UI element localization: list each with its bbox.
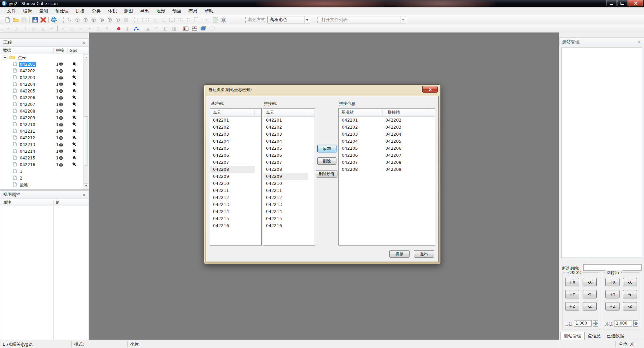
tree-row-item[interactable]: 2: [0, 175, 89, 182]
minimize-button[interactable]: [606, 0, 617, 6]
tree-row-scan[interactable]: 042212 1: [0, 135, 89, 141]
draw-point-button[interactable]: •: [4, 25, 12, 31]
info-pair-row[interactable]: 042208 042209: [339, 166, 435, 173]
tool-settings-button[interactable]: ⊕: [103, 25, 111, 31]
base-list-item[interactable]: 042201: [210, 117, 255, 124]
stitch-list-item[interactable]: 042208: [263, 166, 308, 173]
dialog-close-button[interactable]: [422, 86, 438, 93]
rotate-minus-z-button[interactable]: -Z: [623, 302, 637, 310]
tree-row-scan[interactable]: 042205 1: [0, 88, 89, 94]
rotate-step-spinner[interactable]: [633, 320, 638, 327]
base-list-item[interactable]: 042211: [210, 187, 255, 194]
info-pair-row[interactable]: 042201 042202: [339, 117, 435, 124]
base-list-header[interactable]: 点云: [210, 109, 261, 117]
stitch-list-item[interactable]: 042202: [263, 124, 308, 131]
stitch-list-item[interactable]: 042215: [263, 215, 308, 222]
tree-row-scan[interactable]: 042210 1: [0, 121, 89, 128]
heat-tool-button[interactable]: ●: [114, 25, 123, 31]
stitch-list-item[interactable]: 042201: [263, 117, 308, 124]
select-window-button[interactable]: [136, 16, 144, 23]
base-list-item[interactable]: 042205: [210, 145, 255, 152]
view-iso-button[interactable]: [114, 16, 122, 23]
base-list-item[interactable]: 042210: [210, 180, 255, 187]
cylinder-tool-button[interactable]: ▮: [123, 25, 132, 31]
menu-item[interactable]: 量测: [36, 7, 52, 15]
translate-step-spinner[interactable]: [593, 320, 598, 327]
prism-tool-button[interactable]: ◧: [161, 25, 170, 31]
save-as-button[interactable]: [31, 16, 39, 23]
stitch-list-item[interactable]: 042205: [263, 145, 308, 152]
stitch-list-item[interactable]: 042213: [263, 201, 308, 208]
view-left-button[interactable]: [90, 16, 98, 23]
spin-down-icon[interactable]: [633, 324, 638, 327]
view-sphere-button[interactable]: [122, 16, 130, 23]
base-list-item[interactable]: 042216: [210, 222, 255, 229]
base-list-item[interactable]: 042209: [210, 173, 255, 180]
base-list-item[interactable]: 042215: [210, 215, 255, 222]
exit-button[interactable]: 退出: [414, 250, 434, 258]
shading-mode-combobox[interactable]: 高程彩色: [267, 16, 310, 23]
new-file-button[interactable]: [4, 16, 12, 23]
tree-row-scan[interactable]: 042206 1: [0, 94, 89, 101]
measure-angle-button[interactable]: ∠: [47, 25, 56, 31]
tree-row-scan[interactable]: 042204 1: [0, 81, 89, 88]
save-button[interactable]: [20, 16, 28, 23]
column-property[interactable]: 属性: [3, 200, 11, 205]
translate-step-input[interactable]: 1.000: [574, 320, 592, 327]
stitch-list-item[interactable]: 042210: [263, 180, 308, 187]
menu-item[interactable]: 预处理: [52, 7, 72, 15]
collapse-icon[interactable]: [3, 56, 7, 60]
translate-plus-z-button[interactable]: +Z: [565, 302, 579, 310]
rotate-plus-z-button[interactable]: +Z: [605, 302, 620, 310]
stitch-list-item[interactable]: 042212: [263, 194, 308, 201]
info-pair-row[interactable]: 042207 042208: [339, 159, 435, 166]
delete-all-button[interactable]: 删除所有: [316, 170, 337, 178]
menu-item[interactable]: 帮助: [201, 7, 217, 15]
tree-row-item[interactable]: 1: [0, 168, 89, 175]
pick-cursor-button[interactable]: ▷: [30, 25, 39, 31]
rotate-minus-x-button[interactable]: -X: [623, 278, 637, 286]
stitch-button[interactable]: 拼接: [389, 250, 410, 258]
view-top-button[interactable]: [106, 16, 114, 23]
info-pair-row[interactable]: 042203 042204: [339, 131, 435, 138]
perpendicular-button[interactable]: ⊥: [21, 25, 30, 31]
rotate-step-input[interactable]: 1.000: [614, 320, 632, 327]
refresh-view-button[interactable]: ↻: [65, 16, 73, 23]
tree-root-row[interactable]: 点云: [0, 54, 89, 61]
info-pair-row[interactable]: 042202 042203: [339, 124, 435, 131]
split-horizontal-button[interactable]: [190, 25, 199, 31]
translate-minus-x-button[interactable]: -X: [583, 278, 597, 286]
rotate-minus-y-button[interactable]: -Y: [623, 290, 637, 298]
slope-tool-button[interactable]: ⊿: [76, 25, 85, 31]
menu-item[interactable]: 拼接: [72, 7, 88, 15]
info-list-header[interactable]: 基准站 拼接站: [339, 109, 435, 117]
settings-button[interactable]: [50, 16, 58, 23]
stitch-list-item[interactable]: 042211: [263, 187, 308, 194]
tree-row-scan[interactable]: 042213 1: [0, 141, 89, 148]
tree-row-scan[interactable]: 042202 1: [0, 68, 89, 74]
add-point-button[interactable]: ＋: [85, 25, 94, 31]
base-list-item[interactable]: 042206: [210, 152, 255, 159]
scrollbar-thumb[interactable]: [84, 116, 88, 165]
select-circle-button[interactable]: [152, 16, 160, 23]
menu-item[interactable]: 分类: [88, 7, 104, 15]
open-file-button[interactable]: [12, 16, 20, 23]
menu-item[interactable]: 动画: [169, 7, 185, 15]
stitch-list-item[interactable]: 042216: [263, 222, 308, 229]
menu-item[interactable]: 体积: [104, 7, 120, 15]
panel-tab[interactable]: 点信息: [585, 332, 604, 340]
base-list-item[interactable]: 042202: [210, 124, 255, 131]
panel-tab[interactable]: 测站管理: [560, 332, 585, 340]
tree-row-scan[interactable]: 042209 1: [0, 115, 89, 121]
spin-down-icon[interactable]: [593, 324, 598, 327]
scroll-up-arrow[interactable]: [84, 55, 88, 60]
tree-scrollbar[interactable]: [83, 54, 88, 189]
tree-row-scan[interactable]: 042208 1: [0, 108, 89, 115]
select-points-button[interactable]: [144, 16, 152, 23]
menu-item[interactable]: 编辑: [19, 7, 36, 15]
tree-row-scan[interactable]: 042211 1: [0, 128, 89, 135]
close-panel-button[interactable]: ×: [637, 40, 641, 44]
stitch-list-item[interactable]: 042206: [263, 152, 308, 159]
select-polygon-button[interactable]: [160, 16, 168, 23]
stitch-list-item[interactable]: 042214: [263, 208, 308, 215]
